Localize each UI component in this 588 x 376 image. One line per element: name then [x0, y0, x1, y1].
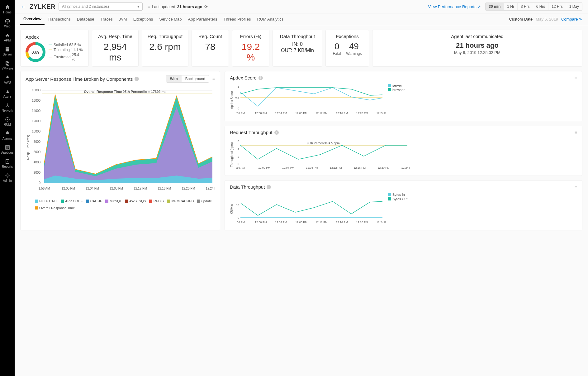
refresh-icon[interactable]: ⟳ — [204, 4, 208, 9]
svg-text:12:08 PM: 12:08 PM — [295, 112, 307, 115]
throughput-card: Req. Throughput2.6 rpm — [142, 30, 188, 67]
svg-text:12:00 PM: 12:00 PM — [255, 112, 267, 115]
svg-text:12:16 PM: 12:16 PM — [336, 112, 348, 115]
tab-transactions[interactable]: Transactions — [45, 14, 74, 25]
sidebar-item-web[interactable]: Web — [0, 17, 15, 31]
toggle-web[interactable]: Web — [166, 75, 182, 82]
response-legend: HTTP CALLAPP CODECACHEMYSQLAWS_SQSREDISM… — [26, 199, 215, 210]
time-range-3hrs[interactable]: 3 Hrs — [517, 3, 533, 10]
svg-text:6000: 6000 — [34, 150, 41, 154]
svg-text:12:16 PM: 12:16 PM — [354, 166, 366, 169]
toggle-background[interactable]: Background — [182, 75, 209, 82]
time-range-1day[interactable]: 1 Day — [566, 3, 582, 10]
svg-text:12:08 PM: 12:08 PM — [306, 166, 318, 169]
azure-icon — [5, 89, 10, 94]
sidebar-item-vmware[interactable]: VMware — [0, 59, 15, 73]
panel-menu-icon[interactable]: ≡ — [212, 76, 215, 81]
last-updated: ≡ Last updated 21 hours ago ⟳ — [148, 4, 208, 9]
svg-text:95th Percentile = 5 cpm: 95th Percentile = 5 cpm — [307, 142, 339, 145]
sidebar-item-server[interactable]: Server — [0, 45, 15, 59]
sidebar-item-azure[interactable]: Azure — [0, 87, 15, 101]
svg-text:12:08 PM: 12:08 PM — [295, 221, 307, 224]
tab-exceptions[interactable]: Exceptions — [130, 14, 156, 25]
svg-point-9 — [7, 104, 8, 104]
binoculars-icon — [5, 32, 10, 38]
apdex-chart: Apdex Score 10.50 :56 AM12:00 PM12:04 PM… — [230, 83, 386, 117]
svg-text:12:24 PM: 12:24 PM — [377, 112, 386, 115]
apdex-legend: Satisfied 63.5 % Tolerating 11.1 % Frust… — [49, 42, 83, 62]
copy-icon — [5, 60, 10, 66]
applogs-icon — [5, 145, 10, 150]
tab-rum-analytics[interactable]: RUM Analytics — [254, 14, 287, 25]
time-range-12hrs[interactable]: 12 Hrs — [548, 3, 566, 10]
svg-text:10000: 10000 — [32, 130, 40, 133]
sidebar-item-network[interactable]: Network — [0, 101, 15, 115]
custom-date-value[interactable]: May 6, 2019 — [536, 17, 558, 22]
svg-text:12:20 PM: 12:20 PM — [356, 112, 368, 115]
back-icon[interactable]: ← — [20, 3, 26, 10]
sidebar-item-apm[interactable]: APM — [0, 31, 15, 45]
panel-menu-icon[interactable]: ≡ — [575, 75, 577, 80]
tab-overview[interactable]: Overview — [20, 13, 45, 25]
sidebar-item-rum[interactable]: RUM — [0, 115, 15, 129]
view-performance-reports-link[interactable]: View Performance Reports ↗ — [428, 4, 481, 9]
tab-bar: Overview Transactions Database Traces JV… — [15, 13, 588, 25]
apdex-score-panel: Apdex Scorei≡ Apdex Score 10.50 :56 AM12… — [225, 71, 582, 121]
svg-text:4000: 4000 — [34, 161, 41, 164]
tab-app-parameters[interactable]: App Parameters — [185, 14, 220, 25]
req-count-card: Req. Count78 — [192, 30, 229, 67]
svg-text:12:08 PM: 12:08 PM — [110, 187, 123, 190]
topbar: ← ZYLKER All (2 hosts and 2 instances) ▾… — [15, 0, 588, 13]
svg-rect-4 — [6, 47, 9, 49]
svg-text:Resp. Time (ms): Resp. Time (ms) — [26, 135, 30, 160]
info-icon[interactable]: i — [274, 130, 279, 135]
svg-text:0: 0 — [238, 107, 239, 110]
request-throughput-panel: Request Throughputi≡ Throughput (cpm) 64… — [225, 126, 582, 176]
svg-text:Throughput (cpm): Throughput (cpm) — [230, 142, 234, 167]
svg-text:12:12 PM: 12:12 PM — [134, 187, 147, 190]
tab-thread-profiles[interactable]: Thread Profiles — [220, 14, 254, 25]
svg-text:18000: 18000 — [32, 89, 40, 92]
apdex-legend: server browser — [388, 83, 405, 117]
svg-text:12:24 PM: 12:24 PM — [206, 187, 215, 190]
panel-menu-icon[interactable]: ≡ — [575, 130, 577, 135]
svg-point-16 — [7, 175, 8, 176]
rum-icon — [5, 117, 10, 122]
info-icon[interactable]: i — [135, 77, 139, 81]
errors-card: Errors (%)19.2 % — [232, 30, 269, 67]
sidebar-item-applogs[interactable]: AppLogs — [0, 143, 15, 157]
svg-text:Overall Response Time 95th Per: Overall Response Time 95th Percentile = … — [84, 90, 167, 94]
sidebar-item-aws[interactable]: AWS — [0, 73, 15, 87]
sidebar-item-alarms[interactable]: Alarms — [0, 129, 15, 143]
exceptions-card: Exceptions0Fatal49Warnings — [325, 30, 369, 67]
svg-text:12:00 PM: 12:00 PM — [255, 221, 267, 224]
info-icon[interactable]: i — [267, 185, 271, 189]
compare-link[interactable]: Compare ✎ — [561, 17, 582, 22]
sidebar-item-reports[interactable]: Reports — [0, 157, 15, 171]
network-icon — [5, 103, 10, 108]
svg-point-13 — [7, 119, 8, 120]
tab-database[interactable]: Database — [74, 14, 97, 25]
server-icon — [5, 46, 10, 52]
tab-traces[interactable]: Traces — [97, 14, 116, 25]
aws-icon — [5, 75, 10, 80]
sidebar-item-admin[interactable]: Admin — [0, 171, 15, 185]
panel-menu-icon[interactable]: ≡ — [575, 185, 577, 190]
agent-card: Agent last communicated21 hours agoMay 6… — [372, 30, 582, 67]
svg-text:1: 1 — [238, 85, 239, 88]
tab-service-map[interactable]: Service Map — [156, 14, 185, 25]
svg-text:0: 0 — [238, 162, 239, 166]
time-range-6hrs[interactable]: 6 Hrs — [533, 3, 548, 10]
sidebar-item-home[interactable]: Home — [0, 2, 15, 17]
info-icon[interactable]: i — [258, 76, 263, 80]
time-range-30min[interactable]: 30 min — [486, 3, 504, 10]
tab-jvm[interactable]: JVM — [116, 14, 130, 25]
apdex-card: Apdex 0.69 Satisfied 63.5 % Tolerating 1… — [20, 30, 89, 67]
response-time-panel: App Server Response Time Broken by Compo… — [20, 71, 220, 230]
hosts-dropdown[interactable]: All (2 hosts and 2 instances) ▾ — [59, 2, 143, 11]
svg-text:2: 2 — [238, 155, 239, 158]
svg-rect-6 — [6, 50, 9, 51]
svg-text:2000: 2000 — [34, 171, 41, 174]
time-range-1hr[interactable]: 1 Hr — [504, 3, 517, 10]
svg-text:14000: 14000 — [32, 109, 40, 113]
